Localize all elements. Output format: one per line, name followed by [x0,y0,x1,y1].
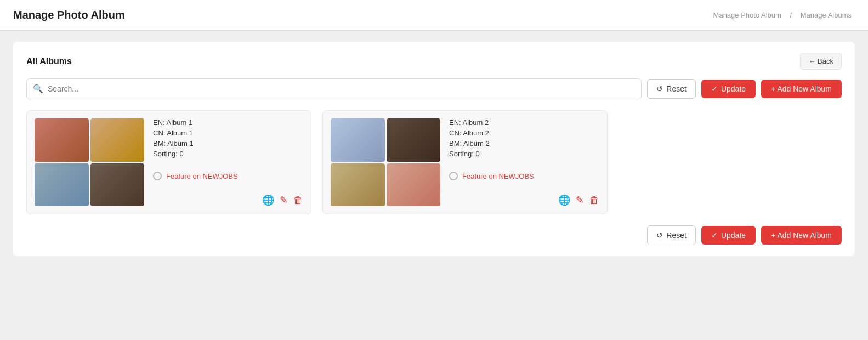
album-info-2: EN: Album 2 CN: Album 2 BM: Album 2 Sort… [449,118,599,206]
top-toolbar: 🔍 ↺ Reset ✓ Update + Add New Album [26,78,842,99]
album-actions-2: 🌐 ✎ 🗑 [449,194,599,206]
update-button-top[interactable]: ✓ Update [701,80,756,98]
album-img-2-4 [387,163,441,207]
globe-icon-1[interactable]: 🌐 [262,194,274,206]
edit-icon-2[interactable]: ✎ [576,194,584,206]
album-meta-1: EN: Album 1 CN: Album 1 BM: Album 1 Sort… [153,118,303,158]
page-title: Manage Photo Album [13,9,125,21]
reset-button-bottom[interactable]: ↺ Reset [647,225,696,245]
album-images-1 [35,118,144,206]
edit-icon-1[interactable]: ✎ [280,194,288,206]
update-icon-bottom: ✓ [711,231,718,240]
album-img-1-2 [90,118,145,162]
reset-icon-bottom: ↺ [656,231,663,240]
feature-label-2: Feature on NEWJOBS [462,172,534,180]
card-header: All Albums ← Back [26,53,842,70]
breadcrumb-separator: / [790,11,792,19]
reset-icon: ↺ [656,84,663,93]
album-feature-2: Feature on NEWJOBS [449,172,599,180]
album-feature-1: Feature on NEWJOBS [153,172,303,180]
albums-card: All Albums ← Back 🔍 ↺ Reset ✓ Update + A… [13,42,855,256]
update-button-bottom[interactable]: ✓ Update [701,226,756,245]
album-cn-2: CN: Album 2 [449,129,599,137]
card-title: All Albums [26,56,72,66]
album-img-2-3 [331,163,385,207]
page-header: Manage Photo Album Manage Photo Album / … [0,0,868,31]
back-button[interactable]: ← Back [800,53,842,70]
album-bm-1: BM: Album 1 [153,139,303,148]
add-new-album-button-top[interactable]: + Add New Album [761,80,842,98]
search-wrapper: 🔍 [26,78,642,99]
album-card-2: EN: Album 2 CN: Album 2 BM: Album 2 Sort… [322,110,608,214]
search-icon: 🔍 [33,84,43,94]
delete-icon-1[interactable]: 🗑 [293,195,303,206]
albums-grid: EN: Album 1 CN: Album 1 BM: Album 1 Sort… [26,110,842,214]
update-icon: ✓ [711,84,718,93]
album-img-1-4 [90,163,145,207]
album-img-1-1 [35,118,89,162]
album-info-1: EN: Album 1 CN: Album 1 BM: Album 1 Sort… [153,118,303,206]
album-meta-2: EN: Album 2 CN: Album 2 BM: Album 2 Sort… [449,118,599,158]
album-img-1-3 [35,163,89,207]
search-input[interactable] [26,78,642,99]
add-new-album-button-bottom[interactable]: + Add New Album [761,226,842,245]
breadcrumb-part1: Manage Photo Album [713,11,781,19]
album-img-2-2 [387,118,441,162]
album-images-2 [331,118,440,206]
album-sorting-2: Sorting: 0 [449,150,599,158]
album-sorting-1: Sorting: 0 [153,150,303,158]
globe-icon-2[interactable]: 🌐 [558,194,570,206]
album-img-2-1 [331,118,385,162]
breadcrumb-part2: Manage Albums [801,11,852,19]
breadcrumb: Manage Photo Album / Manage Albums [710,11,855,19]
album-card-1: EN: Album 1 CN: Album 1 BM: Album 1 Sort… [26,110,311,214]
delete-icon-2[interactable]: 🗑 [589,195,599,206]
main-content: All Albums ← Back 🔍 ↺ Reset ✓ Update + A… [0,31,868,276]
album-en-1: EN: Album 1 [153,118,303,127]
feature-radio-1[interactable] [153,172,162,180]
feature-label-1: Feature on NEWJOBS [166,172,238,180]
album-bm-2: BM: Album 2 [449,139,599,148]
album-en-2: EN: Album 2 [449,118,599,127]
album-cn-1: CN: Album 1 [153,129,303,137]
feature-radio-2[interactable] [449,172,458,180]
bottom-toolbar: ↺ Reset ✓ Update + Add New Album [26,225,842,245]
album-actions-1: 🌐 ✎ 🗑 [153,194,303,206]
reset-button-top[interactable]: ↺ Reset [647,79,696,99]
